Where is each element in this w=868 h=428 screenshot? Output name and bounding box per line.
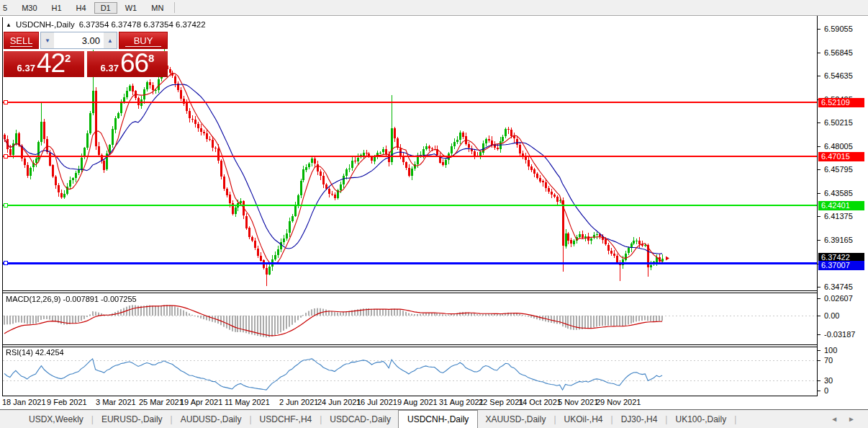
- sell-button-label: SELL: [10, 35, 33, 46]
- price-tick-label: 6.43585: [824, 189, 853, 197]
- price-tick-label: 6.45795: [824, 165, 853, 174]
- indicator-tick-label: 0: [824, 386, 828, 395]
- date-label: 22 Sep 2021: [479, 398, 523, 406]
- tab-uk100-daily[interactable]: UK100-,Daily: [668, 411, 733, 427]
- price-tick-mark: [818, 240, 820, 241]
- buy-price-prefix: 6.37: [101, 61, 119, 76]
- collapse-icon[interactable]: ▲: [6, 22, 12, 28]
- indicator-tick-mark: [818, 380, 820, 381]
- date-label: 11 May 2021: [225, 398, 270, 406]
- sell-underline: [10, 46, 32, 47]
- chart-ohlc-values: 6.37354 6.37478 6.37354 6.37422: [79, 20, 206, 29]
- price-tick-mark: [818, 193, 820, 194]
- tab-separator: |: [91, 414, 94, 424]
- timeframe-toolbar: 5M30H1H4D1W1MN: [0, 0, 868, 16]
- price-tick-label: 6.54635: [824, 71, 853, 80]
- price-line-label[interactable]: 6.47015: [818, 152, 864, 161]
- date-label: 3 Mar 2021: [96, 398, 136, 406]
- buy-price-big: 66: [120, 52, 148, 76]
- indicator-tick-label: 0.02607: [824, 294, 853, 303]
- date-axis[interactable]: 18 Jan 20219 Feb 20213 Mar 202125 Mar 20…: [0, 396, 817, 409]
- price-tick-label: 6.56845: [824, 48, 853, 57]
- tab-separator: |: [665, 414, 667, 424]
- one-click-trade-widget: SELL ▼ ▲ BUY 6.37 42 2 6.37 66 8: [4, 32, 168, 77]
- chevron-down-icon: ▼: [45, 37, 50, 44]
- date-label: 18 Jan 2021: [2, 398, 46, 406]
- price-tick-label: 6.59055: [824, 24, 853, 33]
- price-tick-label: 6.39165: [824, 236, 853, 244]
- price-line-label[interactable]: 6.37007: [818, 261, 864, 270]
- indicator-tick-mark: [818, 350, 820, 351]
- sell-quote-tile[interactable]: 6.37 42 2: [4, 51, 84, 77]
- tab-separator: |: [320, 414, 322, 424]
- date-label: 9 Feb 2021: [47, 398, 87, 406]
- volume-up-button[interactable]: ▲: [104, 32, 117, 48]
- date-label: 16 Jul 2021: [356, 398, 397, 406]
- date-label: 25 Mar 2021: [139, 398, 184, 406]
- price-tick-mark: [818, 122, 820, 123]
- tab-eurusd-daily[interactable]: EURUSD-,Daily: [94, 411, 170, 427]
- buy-quote-tile[interactable]: 6.37 66 8: [87, 51, 168, 77]
- price-tick-mark: [818, 287, 820, 287]
- date-label: 19 Apr 2021: [180, 398, 222, 406]
- buy-button-label: BUY: [134, 35, 153, 46]
- price-line-label[interactable]: 6.52109: [818, 98, 864, 107]
- timeframe-W1[interactable]: W1: [119, 2, 144, 14]
- timeframe-M30[interactable]: M30: [15, 2, 43, 14]
- sell-price-prefix: 6.37: [17, 61, 35, 76]
- volume-down-button[interactable]: ▼: [41, 32, 54, 48]
- chart-symbol: USDCNH-,Daily: [16, 20, 75, 29]
- sell-price-pip: 2: [65, 52, 71, 64]
- indicator-tick-label: -0.03187: [824, 330, 855, 339]
- main-macd-separator-a: [2, 290, 818, 291]
- tab-separator: |: [734, 414, 736, 424]
- tab-separator: |: [553, 414, 556, 424]
- indicator-tick-label: 0.00: [824, 311, 839, 320]
- price-axis[interactable]: 6.590556.568456.546356.524256.502156.480…: [818, 16, 868, 409]
- indicator-tick-label: 100: [824, 346, 837, 355]
- volume-stepper: ▼ ▲: [40, 32, 117, 49]
- timeframe-MN[interactable]: MN: [145, 2, 170, 14]
- date-label: 9 Aug 2021: [397, 398, 438, 406]
- price-tick-label: 6.48005: [824, 142, 853, 151]
- sell-price-big: 42: [37, 52, 65, 76]
- chart-tabbar: USDX,Weekly|EURUSD-,Daily|AUDUSD-,Daily|…: [0, 409, 868, 428]
- chart-title: ▲ USDCNH-,Daily 6.37354 6.37478 6.37354 …: [6, 20, 206, 29]
- price-tick-mark: [818, 29, 820, 30]
- price-line-label[interactable]: 6.42401: [818, 201, 864, 210]
- timeframe-H4[interactable]: H4: [70, 2, 93, 14]
- indicator-tick-mark: [818, 316, 820, 316]
- buy-button[interactable]: BUY: [119, 32, 168, 49]
- sell-button[interactable]: SELL: [4, 32, 39, 49]
- price-tick-mark: [818, 76, 820, 76]
- price-tick-label: 6.41375: [824, 212, 853, 220]
- timeframe-D1[interactable]: D1: [94, 2, 117, 14]
- tab-usdx-weekly[interactable]: USDX,Weekly: [22, 411, 91, 427]
- tab-separator: |: [249, 414, 251, 424]
- price-tick-mark: [818, 216, 820, 217]
- date-label: 14 Oct 2021: [518, 398, 561, 406]
- buy-underline: [125, 46, 161, 47]
- price-tick-mark: [818, 169, 820, 170]
- tab-audusd-daily[interactable]: AUDUSD-,Daily: [173, 411, 249, 427]
- tab-ukoil-h4[interactable]: UKOil-,H4: [557, 411, 610, 427]
- tab-scroll-left-icon[interactable]: ◄: [831, 415, 838, 423]
- date-label: 2 Jun 2021: [279, 398, 318, 406]
- tab-separator: |: [611, 414, 613, 424]
- indicator-tick-mark: [818, 298, 820, 299]
- timeframe-5[interactable]: 5: [0, 2, 14, 14]
- timeframe-H1[interactable]: H1: [45, 2, 68, 14]
- tab-usdchf-h4[interactable]: USDCHF-,H4: [253, 411, 320, 427]
- rsi-canvas[interactable]: [3, 347, 817, 396]
- tab-xauusd-daily[interactable]: XAUUSD-,Daily: [478, 411, 553, 427]
- volume-input[interactable]: [54, 32, 104, 48]
- indicator-tick-mark: [818, 391, 820, 391]
- tab-usdcad-daily[interactable]: USDCAD-,Daily: [322, 411, 398, 427]
- tab-dj30-h4[interactable]: DJ30-,H4: [614, 411, 665, 427]
- tab-scroll-right-icon[interactable]: ►: [848, 415, 855, 423]
- tab-usdcnh-daily[interactable]: USDCNH-,Daily: [398, 410, 478, 428]
- rsi-label: RSI(14) 42.4254: [6, 348, 64, 357]
- indicator-tick-mark: [818, 360, 820, 361]
- date-label: 24 Jun 2021: [317, 398, 361, 406]
- price-tick-mark: [818, 53, 820, 53]
